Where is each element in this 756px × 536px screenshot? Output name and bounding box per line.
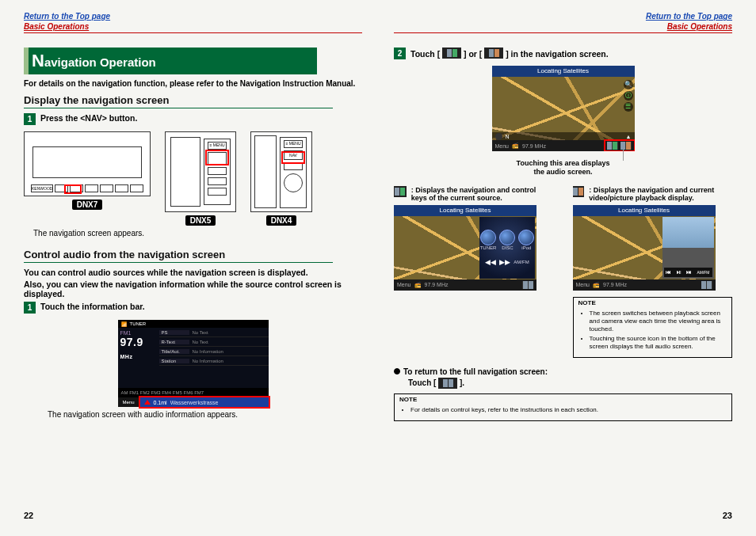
- step-number-1a: 1: [24, 113, 36, 125]
- top-nav-left: Return to the Top page Basic Operations: [24, 11, 362, 33]
- return-full-nav-line: To return to the full navigation screen:: [394, 367, 732, 376]
- nav-map-with-video-panel: Locating Satellites ⏮ ⏯ ⏭ AM/FM Menu: [573, 205, 716, 291]
- section-title-bar: Navigation Operation: [24, 48, 317, 74]
- page-number-right: 23: [723, 511, 732, 520]
- dnx4-badge: DNX4: [266, 215, 297, 226]
- bullet-icon: [394, 368, 400, 374]
- step-1-touch-info-bar: 1 Touch the information bar.: [24, 302, 362, 314]
- nav-button-highlight-dnx7: [64, 184, 82, 194]
- video-playback-panel[interactable]: ⏮ ⏯ ⏭ AM/FM: [662, 217, 714, 279]
- step-2-touch-icons: 2 Touch [ ] or [ ] in the navigation scr…: [394, 48, 732, 59]
- device-dnx7-diagram: KENWOOD: [24, 131, 151, 196]
- basic-ops-link-left[interactable]: Basic Operations: [24, 22, 89, 31]
- footer-icons-highlight: [604, 139, 635, 151]
- source-panel[interactable]: TUNER DISC iPod ◀◀ ▶▶ AM/FM: [479, 217, 535, 279]
- device-dnx5-diagram: ≡ MENU: [165, 131, 236, 212]
- step-number-1b: 1: [24, 302, 36, 314]
- dual-screen-video-icon: [484, 48, 503, 59]
- dual-screen-audio-icon: [442, 48, 461, 59]
- caption-nav-audio: The navigation screen with audio informa…: [48, 410, 362, 419]
- control-para-1: You can control audio sources while the …: [24, 268, 362, 277]
- caption-nav-appears: The navigation screen appears.: [33, 229, 362, 238]
- page-left: Return to the Top page Basic Operations …: [24, 11, 362, 520]
- note-box-1: NOTE The screen switches between playbac…: [573, 297, 733, 358]
- info-bar-highlight: [139, 396, 270, 409]
- device-dnx4-diagram: ≡ MENU NAV: [250, 131, 312, 212]
- control-para-2: Also, you can view the navigation inform…: [24, 279, 362, 298]
- touch-area-caption: Touching this area displaysthe audio scr…: [517, 159, 610, 177]
- icon-def-audio: : Displays the navigation and control ke…: [394, 186, 554, 202]
- nav-map-large: Locating Satellites 🔍ⓘ☰ N ▲ Menu 📻 97.9 …: [492, 66, 635, 151]
- return-top-link-left[interactable]: Return to the Top page: [24, 12, 110, 21]
- top-nav-right: Return to the Top page Basic Operations: [394, 11, 732, 33]
- nav-map-with-source-panel: Locating Satellites TUNER DISC iPod ◀◀ ▶…: [394, 205, 536, 291]
- device-diagrams: KENWOOD DNX7 ≡ MENU: [24, 131, 362, 226]
- heading-control-audio: Control audio from the navigation screen: [24, 249, 362, 260]
- basic-ops-link-right[interactable]: Basic Operations: [667, 22, 732, 31]
- note-box-2: NOTE For details on control keys, refer …: [394, 393, 732, 421]
- step-number-2: 2: [394, 48, 406, 59]
- heading-display-nav: Display the navigation screen: [24, 94, 362, 106]
- return-top-link-right[interactable]: Return to the Top page: [646, 12, 732, 21]
- nav-button-highlight-dnx5: [205, 150, 229, 165]
- page-right: Return to the Top page Basic Operations …: [394, 11, 732, 520]
- section-detail-note: For details on the navigation function, …: [24, 79, 362, 88]
- full-nav-icon: [438, 378, 457, 389]
- tuner-screenshot: 📶TUNER FM1 97.9 MHz PSNo Text R-TextNo T…: [118, 320, 269, 407]
- page-number-left: 22: [24, 511, 33, 520]
- icon-def-video: : Displays the navigation and current vi…: [573, 186, 733, 202]
- nav-button-highlight-dnx4: [281, 151, 305, 164]
- dnx5-badge: DNX5: [185, 215, 216, 226]
- step-1-press-nav: 1 Press the <NAV> button.: [24, 113, 362, 125]
- dnx7-badge: DNX7: [72, 200, 103, 210]
